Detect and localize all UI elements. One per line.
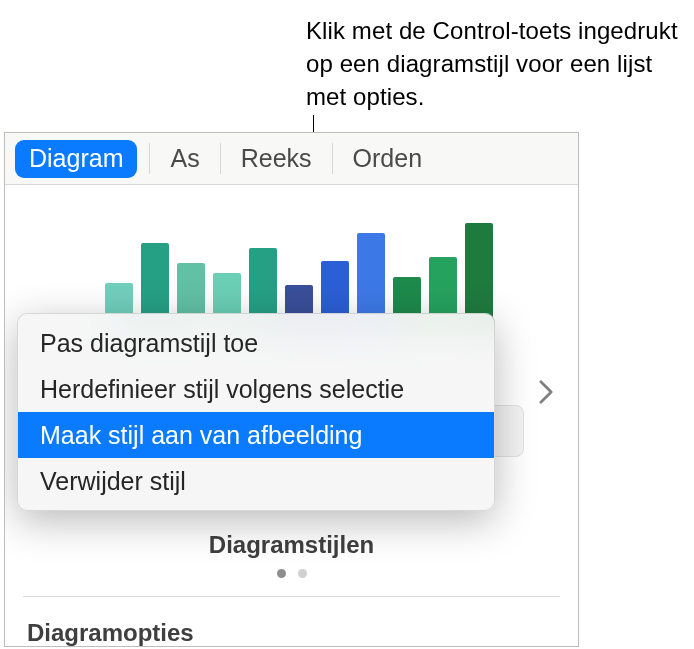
menu-delete-style[interactable]: Verwijder stijl [18,458,494,504]
menu-apply-style[interactable]: Pas diagramstijl toe [18,320,494,366]
section-title-styles: Diagramstijlen [5,531,578,559]
menu-create-style-from-image[interactable]: Maak stijl aan van afbeelding [18,412,494,458]
tab-bar: Diagram As Reeks Orden [5,133,578,185]
tab-series-label: Reeks [241,144,312,173]
styles-preview-area: Pas diagramstijl toe Herdefinieer stijl … [5,185,578,527]
next-styles-button[interactable] [532,380,560,408]
tab-arrange-label: Orden [353,144,422,173]
section-title-options: Diagramopties [5,597,578,647]
page-dot[interactable] [298,569,307,578]
chevron-right-icon [539,380,553,408]
callout-text: Klik met de Control-toets ingedrukt op e… [306,14,694,113]
tab-arrange[interactable]: Orden [333,133,442,184]
tab-diagram[interactable]: Diagram [5,133,149,184]
style-context-menu: Pas diagramstijl toe Herdefinieer stijl … [17,313,495,511]
tab-series[interactable]: Reeks [221,133,332,184]
tab-diagram-label: Diagram [15,140,137,178]
tab-axis-label: As [170,144,199,173]
tab-axis[interactable]: As [150,133,219,184]
format-panel: Diagram As Reeks Orden Pas diagramstijl … [4,132,579,647]
page-dots [5,569,578,578]
menu-redefine-style[interactable]: Herdefinieer stijl volgens selectie [18,366,494,412]
page-dot[interactable] [277,569,286,578]
